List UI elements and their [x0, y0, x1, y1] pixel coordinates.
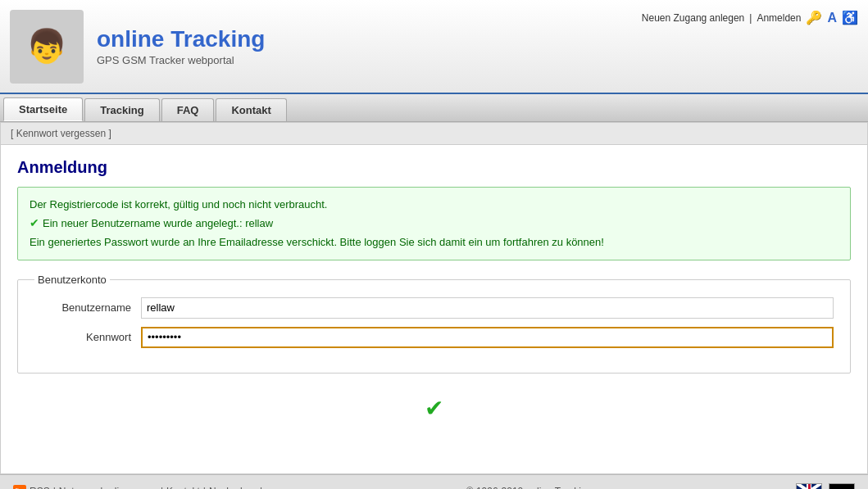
- flag-de[interactable]: [829, 483, 855, 489]
- success-msg-3: Ein generiertes Passwort wurde an Ihre E…: [30, 233, 838, 251]
- page-content: Anmeldung Der Registriercode ist korrekt…: [1, 145, 867, 451]
- login-link[interactable]: Anmelden: [757, 12, 801, 24]
- accessibility-icon[interactable]: ♿: [842, 10, 858, 25]
- footer: RSS | Nutzungsbedingungen | Kontakt | Na…: [0, 474, 868, 489]
- nav-tab-tracking[interactable]: Tracking: [84, 98, 159, 121]
- page-title: Anmeldung: [17, 158, 851, 177]
- submit-area: ✔: [17, 387, 851, 438]
- key-icon[interactable]: 🔑: [806, 10, 822, 25]
- username-row: Benutzername: [34, 297, 834, 319]
- font-size-icon[interactable]: A: [827, 11, 837, 25]
- site-title: online Tracking: [97, 26, 265, 52]
- site-subtitle: GPS GSM Tracker webportal: [97, 54, 265, 66]
- form-legend: Benutzerkonto: [34, 274, 110, 286]
- username-label: Benutzername: [34, 301, 141, 314]
- rss-icon[interactable]: [13, 485, 26, 489]
- submit-button[interactable]: ✔: [425, 395, 443, 422]
- breadcrumb: [ Kennwort vergessen ]: [1, 123, 867, 145]
- nutzungsbedingungen-link[interactable]: Nutzungsbedingungen: [59, 486, 157, 489]
- register-link[interactable]: Neuen Zugang anlegen: [642, 12, 744, 24]
- nach-oben-link[interactable]: Nach oben: [209, 486, 257, 489]
- footer-flags: [796, 483, 855, 489]
- main-content: [ Kennwort vergessen ] Anmeldung Der Reg…: [0, 122, 868, 474]
- password-label: Kennwort: [34, 331, 141, 343]
- login-form: Benutzerkonto Benutzername Kennwort: [17, 274, 851, 374]
- flag-uk[interactable]: [796, 483, 822, 489]
- submit-checkmark-icon: ✔: [425, 396, 443, 421]
- username-input[interactable]: [141, 297, 834, 319]
- password-input[interactable]: [141, 327, 834, 348]
- checkmark-icon: ✔: [30, 214, 39, 233]
- top-right-links: Neuen Zugang anlegen | Anmelden 🔑 A ♿: [642, 10, 858, 25]
- site-header: 👦 online Tracking GPS GSM Tracker webpor…: [0, 0, 868, 94]
- rss-link[interactable]: RSS: [30, 486, 50, 489]
- kontakt-footer-link[interactable]: Kontakt: [166, 486, 200, 489]
- avatar: 👦: [10, 10, 84, 84]
- password-row: Kennwort: [34, 327, 834, 348]
- header-title-block: online Tracking GPS GSM Tracker webporta…: [97, 26, 265, 66]
- success-message-box: Der Registriercode ist korrekt, gültig u…: [17, 187, 851, 260]
- nav-tab-startseite[interactable]: Startseite: [3, 97, 83, 121]
- nav-tab-kontakt[interactable]: Kontakt: [216, 98, 286, 121]
- navigation: Startseite Tracking FAQ Kontakt: [0, 94, 868, 122]
- footer-left: RSS | Nutzungsbedingungen | Kontakt | Na…: [13, 485, 262, 489]
- success-msg-1: Der Registriercode ist korrekt, gültig u…: [30, 196, 838, 214]
- footer-copyright: © 1996-2010 online Tracking: [466, 486, 593, 489]
- success-msg-2: ✔ Ein neuer Benutzername wurde angelegt.…: [30, 214, 838, 233]
- nav-tab-faq[interactable]: FAQ: [161, 98, 215, 121]
